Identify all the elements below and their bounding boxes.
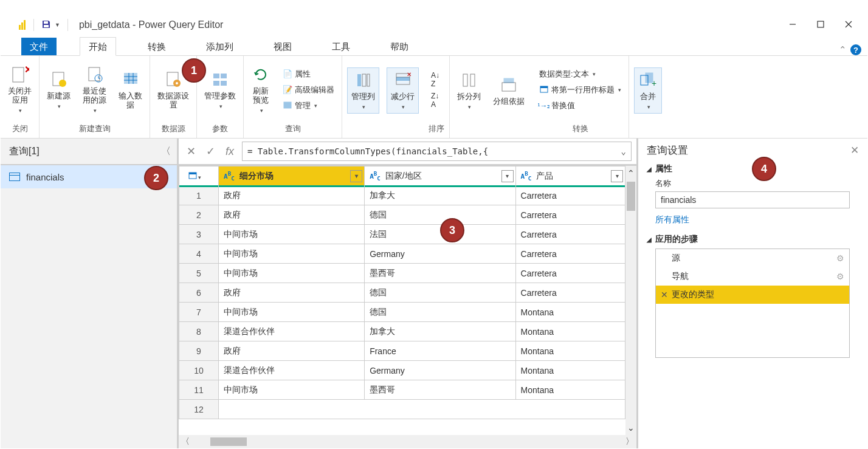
manage-query-button[interactable]: 管理 ▾ (280, 99, 337, 112)
data-type-button[interactable]: 数据类型:文本 ▾ (537, 67, 624, 81)
refresh-preview-button[interactable]: 刷新 预览▾ (249, 64, 273, 115)
tab-addcolumn[interactable]: 添加列 (198, 38, 242, 55)
cell[interactable]: 政府 (219, 186, 365, 205)
first-row-headers-button[interactable]: 将第一行用作标题 ▾ (537, 83, 624, 97)
qat-dropdown[interactable]: ▼ (55, 22, 60, 28)
horizontal-scrollbar[interactable]: 〈 〉 (179, 435, 636, 448)
data-grid[interactable]: ▾ABC 细分市场▾ABC 国家/地区▾ABC 产品▾ 1政府加拿大Carret… (179, 166, 625, 419)
help-icon[interactable]: ? (850, 44, 861, 55)
cell[interactable]: Carretera (515, 205, 625, 225)
cell[interactable]: 中间市场 (219, 225, 365, 244)
cell[interactable]: 政府 (219, 283, 365, 303)
tab-file[interactable]: 文件 (21, 38, 57, 55)
accept-formula-button[interactable]: ✓ (203, 145, 218, 158)
column-header[interactable]: ABC 国家/地区▾ (365, 166, 515, 186)
cell[interactable]: France (365, 341, 515, 361)
cell[interactable]: 德国 (365, 205, 515, 225)
delete-step-icon[interactable]: ✕ (661, 290, 668, 300)
group-by-button[interactable]: 分组依据 (491, 74, 527, 108)
queries-collapse-icon[interactable]: 〈 (161, 145, 171, 158)
tab-view[interactable]: 视图 (265, 38, 300, 55)
cell[interactable]: 中间市场 (219, 303, 365, 322)
column-header[interactable]: ABC 细分市场▾ (219, 166, 365, 186)
table-row[interactable]: 7中间市场德国Montana (179, 303, 625, 322)
sort-asc-button[interactable]: A↓Z (429, 70, 442, 89)
table-row[interactable]: 5中间市场墨西哥Carretera (179, 264, 625, 283)
cell[interactable]: 政府 (219, 341, 365, 361)
tab-home[interactable]: 开始 (80, 37, 116, 56)
enter-data-button[interactable]: 输入数 据 (116, 69, 145, 111)
step-settings-icon[interactable]: ⚙ (836, 272, 844, 281)
cell[interactable]: Carretera (515, 264, 625, 283)
manage-columns-button[interactable]: 管理列▾ (347, 67, 379, 113)
cell[interactable]: 渠道合作伙伴 (219, 322, 365, 341)
table-row[interactable]: 11中间市场墨西哥Montana (179, 380, 625, 400)
close-settings-button[interactable]: ✕ (850, 144, 859, 157)
column-header[interactable]: ABC 产品▾ (515, 166, 625, 186)
applied-step[interactable]: 导航⚙ (656, 267, 849, 286)
cell[interactable]: 墨西哥 (365, 380, 515, 400)
cancel-formula-button[interactable]: ✕ (184, 145, 198, 158)
select-all-cell[interactable]: ▾ (179, 166, 219, 186)
cell[interactable]: Germany (365, 361, 515, 380)
query-name-input[interactable]: financials (655, 191, 850, 208)
cell[interactable]: Montana (515, 303, 625, 322)
all-properties-link[interactable]: 所有属性 (655, 214, 689, 225)
save-button[interactable] (41, 19, 51, 31)
new-source-button[interactable]: 新建源▾ (44, 69, 73, 111)
callout-3: 3 (440, 218, 464, 242)
cell[interactable]: Carretera (515, 283, 625, 303)
cell[interactable]: 加拿大 (365, 322, 515, 341)
cell[interactable]: Carretera (515, 244, 625, 264)
recent-sources-button[interactable]: 最近使 用的源▾ (80, 64, 109, 115)
reduce-rows-button[interactable]: ✕减少行▾ (387, 67, 419, 113)
cell[interactable]: Montana (515, 322, 625, 341)
query-item-financials[interactable]: financials 2 (1, 165, 177, 188)
cell[interactable]: 墨西哥 (365, 264, 515, 283)
table-row[interactable]: 2政府德国Carretera (179, 205, 625, 225)
combine-button[interactable]: +合并▾ (634, 67, 662, 113)
table-row[interactable]: 6政府德国Carretera (179, 283, 625, 303)
split-column-button[interactable]: 拆分列▾ (455, 69, 483, 111)
tab-tools[interactable]: 工具 (323, 38, 359, 55)
ribbon-collapse-icon[interactable]: ⌃ (839, 44, 847, 55)
cell[interactable]: 中间市场 (219, 264, 365, 283)
tab-help[interactable]: 帮助 (382, 38, 417, 55)
step-settings-icon[interactable]: ⚙ (836, 253, 844, 263)
close-apply-button[interactable]: ✕ 关闭并 应用▾ (5, 64, 34, 115)
advanced-editor-button[interactable]: 📝高级编辑器 (280, 83, 337, 97)
table-row[interactable]: 1政府加拿大Carretera (179, 186, 625, 205)
cell[interactable]: 中间市场 (219, 244, 365, 264)
applied-step[interactable]: ✕更改的类型 (656, 286, 849, 304)
cell[interactable]: 政府 (219, 205, 365, 225)
cell[interactable]: Montana (515, 341, 625, 361)
cell[interactable]: Montana (515, 361, 625, 380)
tab-transform[interactable]: 转换 (139, 38, 174, 55)
sort-desc-button[interactable]: Z↓A (429, 91, 442, 110)
formula-bar[interactable]: = Table.TransformColumnTypes(financials_… (242, 142, 632, 161)
cell[interactable]: 加拿大 (365, 186, 515, 205)
maximize-button[interactable] (807, 15, 835, 33)
properties-button[interactable]: 📄属性 (280, 67, 337, 81)
table-row[interactable]: 4中间市场GermanyCarretera (179, 244, 625, 264)
manage-params-button[interactable]: 管理参数▾ (202, 69, 238, 111)
minimize-button[interactable] (779, 15, 807, 33)
cell[interactable]: Carretera (515, 186, 625, 205)
table-row[interactable]: 9政府FranceMontana (179, 341, 625, 361)
replace-values-button[interactable]: ¹→₂替换值 (537, 99, 624, 112)
cell[interactable]: 德国 (365, 283, 515, 303)
table-row[interactable]: 8渠道合作伙伴加拿大Montana (179, 322, 625, 341)
cell[interactable]: 渠道合作伙伴 (219, 361, 365, 380)
cell[interactable]: 德国 (365, 303, 515, 322)
cell[interactable]: Carretera (515, 225, 625, 244)
close-window-button[interactable] (835, 15, 863, 33)
applied-step[interactable]: 源⚙ (656, 249, 849, 267)
cell[interactable]: 中间市场 (219, 380, 365, 400)
cell[interactable]: Montana (515, 380, 625, 400)
cell[interactable]: Germany (365, 244, 515, 264)
fx-icon[interactable]: fx (222, 145, 237, 158)
table-row[interactable]: 10渠道合作伙伴GermanyMontana (179, 361, 625, 380)
table-row[interactable]: 3中间市场法国Carretera (179, 225, 625, 244)
vertical-scrollbar[interactable]: ⌃ ⌄ (625, 166, 636, 435)
formula-expand-icon[interactable]: ⌄ (621, 146, 626, 156)
